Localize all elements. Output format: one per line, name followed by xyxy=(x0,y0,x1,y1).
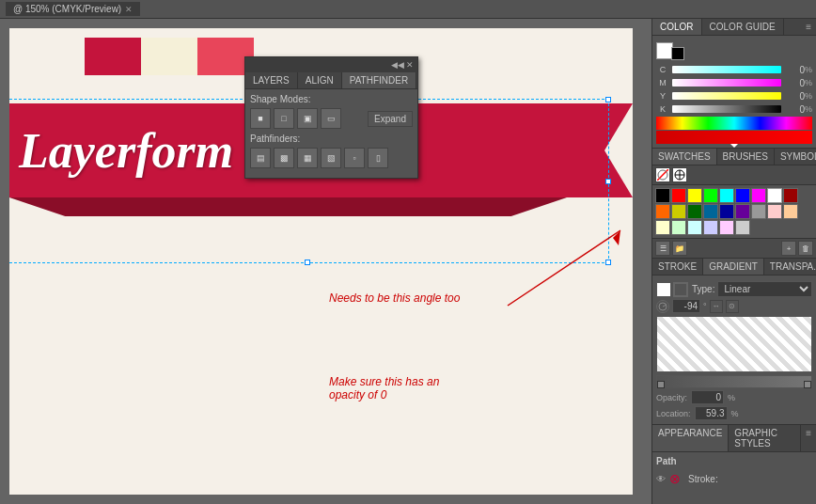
outline-button[interactable]: ▫ xyxy=(344,148,365,168)
swatch-black[interactable] xyxy=(655,188,670,203)
exclude-button[interactable]: ▭ xyxy=(321,108,341,129)
swatches-bottom-toolbar: ☰ 📁 + 🗑 xyxy=(652,238,816,258)
swatch-gray[interactable] xyxy=(751,204,766,219)
tab-stroke[interactable]: STROKE xyxy=(652,259,703,275)
handle-tr[interactable] xyxy=(605,97,611,102)
divide-button[interactable]: ▤ xyxy=(250,148,271,168)
cyan-value: 0 xyxy=(784,65,805,75)
swatch-purple[interactable] xyxy=(735,204,750,219)
gradient-location-input[interactable] xyxy=(695,406,728,420)
swatch-magenta-swatch[interactable] xyxy=(751,188,766,203)
minus-back-button[interactable]: ▯ xyxy=(368,148,388,168)
swatch-light-pink[interactable] xyxy=(767,204,782,219)
appearance-panel: APPEARANCE GRAPHIC STYLES ≡ Path 👁 ⊗ Str… xyxy=(652,425,816,504)
color-panel-menu-button[interactable]: ≡ xyxy=(801,19,816,35)
swatch-light-green[interactable] xyxy=(671,220,686,235)
gradient-stop-left[interactable] xyxy=(657,381,665,388)
background-swatch[interactable] xyxy=(671,47,684,60)
tab-brushes[interactable]: BRUSHES xyxy=(717,149,775,165)
gradient-options-button[interactable]: ⊙ xyxy=(726,300,739,313)
cyan-slider[interactable] xyxy=(672,66,781,73)
gradient-stop-right[interactable] xyxy=(804,381,811,388)
document-close-button[interactable]: ✕ xyxy=(125,5,133,14)
swatch-light-magenta[interactable] xyxy=(719,220,734,235)
trim-button[interactable]: ▩ xyxy=(274,148,294,168)
unite-button[interactable]: ■ xyxy=(250,108,271,129)
gradient-preview xyxy=(656,316,812,372)
gradient-bar[interactable] xyxy=(656,375,812,388)
tab-symbols[interactable]: SYMBOLS xyxy=(775,149,816,165)
document-tab-label: @ 150% (CMYK/Preview) xyxy=(13,4,121,14)
merge-button[interactable]: ▦ xyxy=(297,148,318,168)
gradient-angle-input[interactable] xyxy=(672,299,700,313)
delete-swatch-button[interactable]: 🗑 xyxy=(798,241,813,256)
pathfinder-titlebar[interactable]: ◀◀ ✕ xyxy=(245,57,417,72)
yellow-slider[interactable] xyxy=(672,92,781,100)
shape-modes-label: Shape Modes: xyxy=(250,94,413,104)
angle-icon xyxy=(656,300,669,313)
tab-color[interactable]: COLOR xyxy=(652,19,702,35)
swatch-white[interactable] xyxy=(767,188,782,203)
gradient-fill-swatch[interactable] xyxy=(656,282,671,297)
gradient-stroke-swatch[interactable] xyxy=(673,282,688,297)
gradient-location-row: Location: % xyxy=(656,406,812,420)
tab-graphic-styles[interactable]: GRAPHIC STYLES xyxy=(729,425,801,451)
tab-appearance[interactable]: APPEARANCE xyxy=(652,425,729,451)
swatches-panel: SWATCHES BRUSHES SYMBOLS ≡ xyxy=(652,149,816,259)
swatch-orange[interactable] xyxy=(655,204,670,219)
swatch-red[interactable] xyxy=(671,188,686,203)
document-tab[interactable]: @ 150% (CMYK/Preview) ✕ xyxy=(6,2,140,16)
swatch-cyan-swatch[interactable] xyxy=(719,188,734,203)
tab-color-guide[interactable]: COLOR GUIDE xyxy=(702,19,784,35)
expand-button[interactable]: Expand xyxy=(368,111,413,127)
swatch-dark-green[interactable] xyxy=(687,204,702,219)
swatch-crosshair-icon[interactable] xyxy=(672,167,687,182)
svg-line-2 xyxy=(657,169,668,181)
banner-fold xyxy=(9,197,567,216)
swatches-grid xyxy=(652,185,816,238)
new-swatch-button[interactable]: + xyxy=(781,241,796,256)
tab-align[interactable]: ALIGN xyxy=(298,72,342,88)
swatch-olive[interactable] xyxy=(671,204,686,219)
swatch-green[interactable] xyxy=(703,188,718,203)
swatch-dark-red[interactable] xyxy=(783,188,798,203)
minus-front-button[interactable]: □ xyxy=(274,108,294,129)
visibility-toggle[interactable]: 👁 xyxy=(656,474,666,484)
tab-swatches[interactable]: SWATCHES xyxy=(652,149,717,165)
magenta-slider[interactable] xyxy=(672,79,781,87)
show-swatch-kinds-button[interactable]: ☰ xyxy=(655,241,670,256)
appearance-panel-menu-button[interactable]: ≡ xyxy=(801,425,816,451)
swatch-navy[interactable] xyxy=(719,204,734,219)
handle-bc[interactable] xyxy=(305,260,310,265)
color-panel-tabs: COLOR COLOR GUIDE ≡ xyxy=(652,19,816,36)
swatch-light-cyan[interactable] xyxy=(687,220,702,235)
swatch-blue[interactable] xyxy=(735,188,750,203)
swatch-lavender[interactable] xyxy=(703,220,718,235)
swatch-teal[interactable] xyxy=(703,204,718,219)
tab-pathfinder[interactable]: PATHFINDER xyxy=(342,72,416,88)
swatch-light-gray[interactable] xyxy=(735,220,750,235)
swatch-cream[interactable] xyxy=(655,220,670,235)
swatch-peach[interactable] xyxy=(783,204,798,219)
opacity-percent: % xyxy=(728,393,735,402)
tab-transparency[interactable]: TRANSPA... xyxy=(764,259,816,275)
gradient-type-select[interactable]: Linear Radial xyxy=(717,281,812,297)
crop-button[interactable]: ▧ xyxy=(321,148,341,168)
swatch-yellow[interactable] xyxy=(687,188,702,203)
black-slider[interactable] xyxy=(672,105,781,113)
pathfinder-collapse-button[interactable]: ◀◀ xyxy=(391,60,404,70)
new-color-group-button[interactable]: 📁 xyxy=(672,241,687,256)
gradient-opacity-input[interactable] xyxy=(691,390,724,404)
pathfinder-close-button[interactable]: ✕ xyxy=(406,60,414,70)
color-gradient-bar[interactable] xyxy=(656,131,812,144)
yellow-percent: % xyxy=(805,91,812,101)
color-spectrum[interactable] xyxy=(656,117,812,130)
tab-layers[interactable]: LAYERS xyxy=(245,72,298,88)
pathfinder-buttons: ▤ ▩ ▦ ▧ ▫ ▯ xyxy=(250,148,413,168)
location-percent: % xyxy=(731,409,739,418)
intersect-button[interactable]: ▣ xyxy=(297,108,318,129)
swatch-none-icon[interactable] xyxy=(655,167,670,182)
handle-br[interactable] xyxy=(605,260,611,265)
tab-gradient[interactable]: GRADIENT xyxy=(703,259,764,275)
reverse-gradient-button[interactable]: ↔ xyxy=(710,300,723,313)
